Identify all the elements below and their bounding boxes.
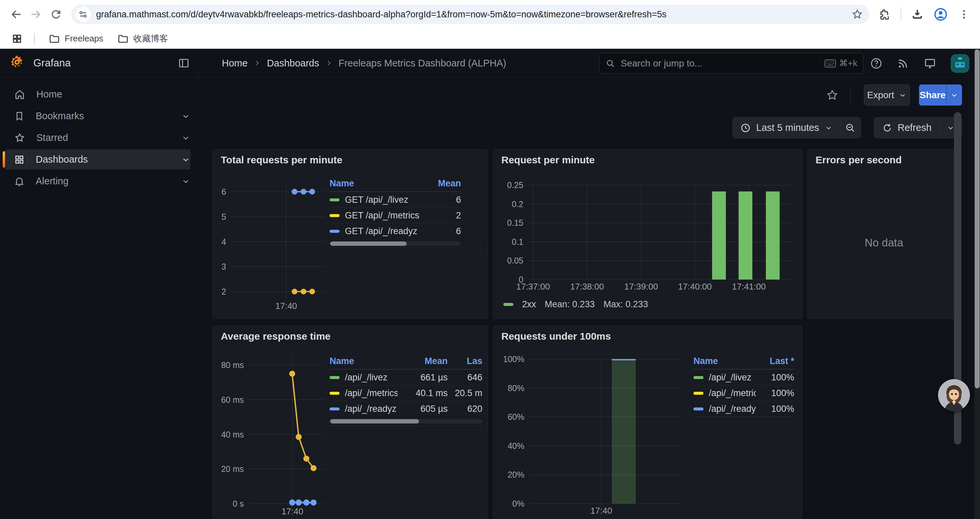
browser-menu-button[interactable]: [954, 4, 974, 24]
sidebar-toggle-icon[interactable]: [178, 57, 190, 69]
breadcrumb-separator-icon: [253, 59, 261, 67]
series-name: GET /api/_/livez: [345, 195, 408, 205]
grafana-brand-name[interactable]: Grafana: [33, 57, 178, 69]
apps-button[interactable]: [9, 30, 25, 47]
legend-series[interactable]: /api/_/readyz: [329, 404, 398, 414]
breadcrumb-home[interactable]: Home: [222, 58, 248, 69]
no-data-message: No data: [808, 236, 960, 249]
legend-header-mean[interactable]: Mean: [398, 356, 448, 366]
sidebar-item-label: Starred: [37, 132, 170, 143]
reload-button[interactable]: [46, 4, 66, 24]
series-name[interactable]: 2xx: [522, 299, 536, 310]
site-settings-button[interactable]: [75, 7, 91, 22]
chevron-down-icon[interactable]: [181, 155, 191, 164]
refresh-button[interactable]: Refresh: [874, 118, 940, 138]
legend-value: 40.1 ms: [398, 388, 448, 398]
panel-title[interactable]: Errors per second: [816, 154, 902, 166]
assistant-floating-avatar[interactable]: [938, 379, 970, 411]
forward-icon: [29, 8, 43, 21]
extensions-button[interactable]: [875, 4, 895, 24]
panel-title[interactable]: Total requests per minute: [221, 154, 342, 166]
svg-text:0.2: 0.2: [512, 200, 523, 209]
legend-header-mean[interactable]: Mean: [431, 178, 461, 189]
breadcrumb-dashboards[interactable]: Dashboards: [267, 58, 319, 69]
forward-button[interactable]: [26, 4, 46, 24]
legend-header-name[interactable]: Name: [329, 178, 431, 189]
export-button[interactable]: Export: [864, 85, 910, 105]
legend-series[interactable]: /api/_/livez: [329, 372, 398, 383]
legend-header-las[interactable]: Las: [448, 356, 482, 366]
search-input[interactable]: Search or jump to... ⌘+k: [599, 53, 864, 74]
svg-text:60%: 60%: [508, 412, 524, 422]
back-button[interactable]: [6, 4, 26, 24]
sidebar-item-dashboards[interactable]: Dashboards: [5, 149, 191, 170]
svg-text:2: 2: [221, 287, 226, 296]
browser-scrollbar-thumb[interactable]: [975, 50, 980, 388]
bookmark-page-button[interactable]: [849, 6, 866, 23]
zoom-out-button[interactable]: [840, 118, 861, 138]
downloads-button[interactable]: [907, 4, 927, 24]
time-range-label: Last 5 minutes: [756, 122, 819, 133]
bookmark-label: Freeleaps: [65, 34, 103, 44]
panel-total-requests-per-minute[interactable]: Total requests per minute 6543217:40 Nam…: [213, 149, 488, 319]
sidebar-item-home[interactable]: Home: [5, 84, 191, 105]
panel-errors-per-second[interactable]: Errors per second No data: [807, 149, 961, 319]
chevron-down-icon: [824, 124, 832, 132]
legend-series[interactable]: GET /api/_/livez: [329, 195, 431, 205]
chart-average-response-time[interactable]: 80 ms60 ms40 ms20 ms0 s17:40: [217, 349, 328, 518]
panel-title[interactable]: Average response time: [221, 331, 331, 342]
grafana-logo: [10, 55, 25, 72]
sidebar-item-starred[interactable]: Starred: [5, 128, 191, 148]
zoom-out-icon: [845, 123, 856, 133]
time-range-picker[interactable]: Last 5 minutes: [733, 118, 840, 138]
grafana-app: Grafana Home Bookmarks: [0, 49, 980, 519]
legend-scrollbar-thumb[interactable]: [330, 419, 419, 423]
panel-requests-under-100ms[interactable]: Requests under 100ms 100%80%60%40%20%0%1…: [493, 326, 803, 519]
sidebar-item-bookmarks[interactable]: Bookmarks: [5, 106, 191, 126]
svg-text:0.05: 0.05: [507, 256, 523, 265]
browser-scrollbar[interactable]: [974, 49, 980, 519]
sidebar-item-alerting[interactable]: Alerting: [5, 171, 191, 192]
monitor-icon[interactable]: [923, 57, 937, 70]
legend-series[interactable]: /api/_/livez: [694, 372, 756, 383]
legend-series[interactable]: GET /api/_/readyz: [329, 226, 431, 236]
chevron-down-icon[interactable]: [181, 133, 191, 143]
legend-value: 6: [431, 195, 461, 205]
series-name: /api/_/metrics: [709, 388, 756, 398]
panel-title[interactable]: Request per minute: [501, 154, 595, 166]
chart-total-requests[interactable]: 6543217:40: [217, 181, 328, 315]
user-avatar[interactable]: [951, 54, 969, 73]
legend-series[interactable]: /api/_/metrics: [694, 388, 756, 398]
legend-series[interactable]: /api/_/readyz: [694, 404, 756, 414]
panel-request-per-minute[interactable]: Request per minute 0.250.20.150.10.05017…: [493, 149, 803, 319]
favorite-dashboard-star-icon[interactable]: [826, 88, 839, 102]
chevron-down-icon[interactable]: [181, 177, 191, 186]
legend-series[interactable]: GET /api/_/metrics: [329, 211, 431, 221]
help-icon[interactable]: [870, 57, 883, 70]
profile-button[interactable]: [931, 4, 951, 24]
bookmark-icon: [14, 110, 25, 122]
legend-header-last-[interactable]: Last *: [756, 356, 794, 366]
url-text[interactable]: grafana.mathmast.com/d/deytv4rwavabkb/fr…: [96, 10, 849, 20]
legend-scrollbar-thumb[interactable]: [330, 241, 407, 246]
legend-scrollbar[interactable]: [329, 241, 461, 246]
legend-value: 100%: [756, 388, 794, 398]
share-button[interactable]: Share: [919, 85, 946, 105]
bookmark-folder-blogs[interactable]: 收藏博客: [112, 30, 173, 47]
legend-series[interactable]: /api/_/metrics: [329, 388, 398, 398]
share-menu-button[interactable]: [946, 85, 962, 105]
refresh-group: Refresh: [874, 117, 962, 138]
news-rss-icon[interactable]: [897, 57, 909, 70]
legend-header-name[interactable]: Name: [694, 356, 756, 366]
chevron-down-icon[interactable]: [181, 112, 191, 121]
panel-title[interactable]: Requests under 100ms: [501, 331, 611, 342]
apps-grid-icon: [12, 34, 22, 44]
bookmark-folder-freeleaps[interactable]: Freeleaps: [43, 30, 109, 47]
chart-request-per-minute[interactable]: 0.250.20.150.10.05017:37:0017:38:0017:39…: [497, 178, 799, 298]
legend-scrollbar[interactable]: [329, 419, 482, 423]
legend-header-name[interactable]: Name: [329, 356, 398, 366]
url-bar[interactable]: grafana.mathmast.com/d/deytv4rwavabkb/fr…: [72, 5, 869, 24]
legend-value: 2: [431, 211, 461, 221]
chart-requests-under-100ms[interactable]: 100%80%60%40%20%0%17:40: [497, 346, 685, 519]
panel-average-response-time[interactable]: Average response time 80 ms60 ms40 ms20 …: [213, 326, 488, 519]
